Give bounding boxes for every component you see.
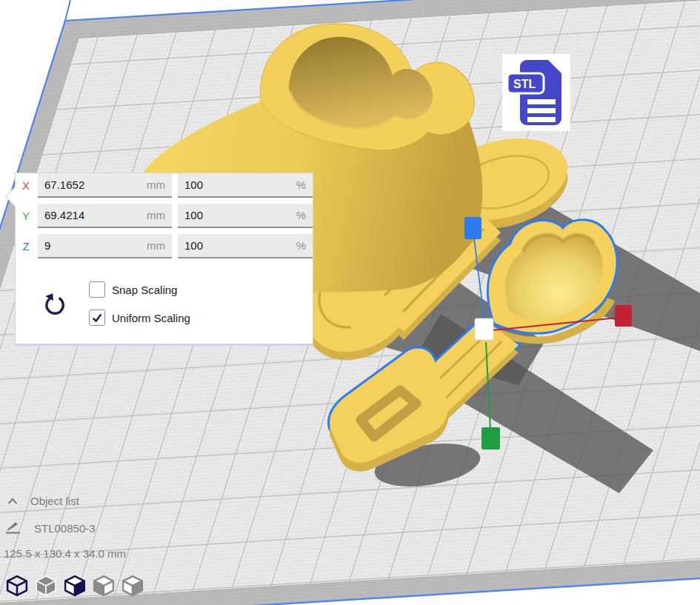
scale-x-percent-input[interactable] [178,178,296,191]
cura-3d-viewport: STL X mm % Y mm [0,0,700,605]
scale-row-z: Z mm % [20,234,302,258]
snap-scaling-checkbox[interactable]: Snap Scaling [89,281,190,298]
percent-unit-label: % [296,209,306,221]
cube-top-view-icon [64,575,86,597]
scale-row-y: Y mm % [20,204,302,228]
scale-y-percent-field[interactable]: % [178,204,313,228]
object-list-title: Object list [30,495,79,507]
reset-icon [42,291,67,316]
build-volume-corner-edge [65,0,71,21]
scaling-options: Snap Scaling Uniform Scaling [89,281,190,338]
checkmark-icon [91,312,103,324]
x-axis-label: X [20,179,32,192]
scale-y-percent-input[interactable] [178,209,296,221]
scale-handle-z[interactable] [464,217,481,239]
stl-label-text: STL [513,78,536,90]
snap-scaling-box[interactable] [89,281,105,298]
scale-x-percent-field[interactable]: % [178,173,313,198]
object-list-item[interactable]: STL00850-3 [4,521,96,535]
uniform-scaling-checkbox[interactable]: Uniform Scaling [89,310,190,326]
view-top-button[interactable] [64,575,86,597]
view-front-button[interactable] [35,575,57,597]
mm-unit-label: mm [147,178,165,191]
object-list-header[interactable]: Object list [7,495,79,507]
percent-unit-label: % [296,178,306,191]
scale-x-mm-field[interactable]: mm [38,173,172,198]
view-right-button[interactable] [121,575,144,597]
scale-z-percent-input[interactable] [178,239,296,252]
stl-document-icon: STL [502,54,570,131]
scale-z-mm-input[interactable] [38,239,147,252]
cube-3d-view-icon [6,575,28,597]
mm-unit-label: mm [147,209,165,221]
z-axis-label: Z [20,240,32,253]
model-dimensions: 125.5 x 130.4 x 34.0 mm [4,547,126,560]
scale-handle-y[interactable] [481,427,500,449]
stl-doc-line-1 [527,99,556,104]
mm-unit-label: mm [147,239,165,252]
uniform-scaling-label: Uniform Scaling [112,312,190,324]
scale-handle-x[interactable] [615,305,632,327]
chevron-up-icon [7,498,18,505]
camera-view-toolbar [6,575,150,597]
view-left-button[interactable] [93,575,115,597]
reset-scale-button[interactable] [41,290,69,318]
cube-left-view-icon [93,575,115,597]
stl-file-icon: STL [502,54,570,131]
scale-row-x: X mm % [20,173,302,198]
uniform-scaling-box[interactable] [89,310,105,326]
stl-doc-line-2 [527,108,556,113]
y-axis-label: Y [20,210,32,222]
scale-z-mm-field[interactable]: mm [38,234,172,258]
cube-right-view-icon [121,575,144,597]
percent-unit-label: % [296,239,306,252]
cube-front-view-icon [35,575,57,597]
stl-doc-line-3 [527,117,556,122]
scale-tool-panel: X mm % Y mm % Z mm [15,173,313,344]
scale-y-mm-field[interactable]: mm [38,204,172,228]
scale-y-mm-input[interactable] [38,209,147,221]
object-name: STL00850-3 [34,522,96,535]
scale-handle-center[interactable] [475,318,493,340]
object-on-plate-icon [4,521,22,535]
view-3d-button[interactable] [6,575,28,597]
scale-z-percent-field[interactable]: % [178,234,313,258]
snap-scaling-label: Snap Scaling [112,284,177,296]
scale-x-mm-input[interactable] [38,178,147,191]
